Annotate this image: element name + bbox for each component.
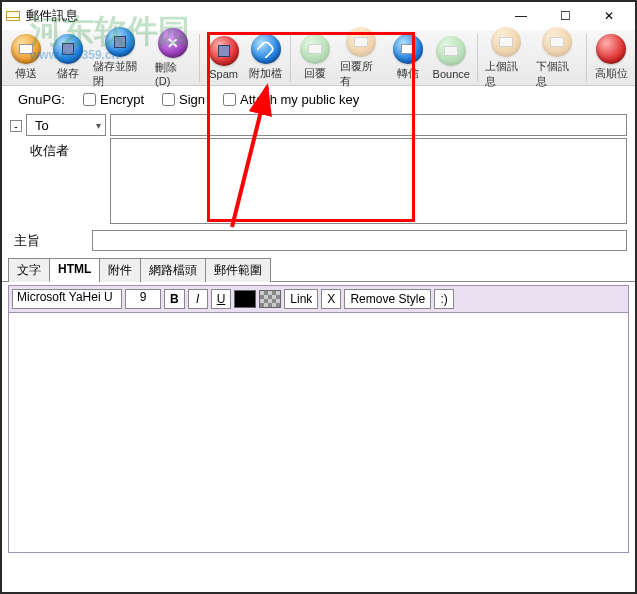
saveclose-button[interactable]: 儲存並關閉 — [90, 25, 150, 91]
recipients-textarea[interactable] — [110, 138, 627, 224]
close-button[interactable]: ✕ — [587, 4, 631, 28]
reply-label: 回覆 — [304, 66, 326, 81]
nextmsg-button[interactable]: 下個訊息 — [533, 25, 582, 91]
unlink-button[interactable]: X — [321, 289, 341, 309]
forward-icon — [393, 34, 423, 64]
delete-label: 刪除(D) — [155, 60, 192, 87]
recipients-label: 收信者 — [26, 136, 106, 160]
subject-input[interactable] — [92, 230, 627, 251]
replyall-icon — [346, 27, 376, 57]
text-color-swatch[interactable] — [234, 290, 256, 308]
saveclose-icon — [105, 27, 135, 57]
bounce-label: Bounce — [433, 68, 470, 80]
attach-key-checkbox[interactable]: Attach my public key — [223, 92, 359, 107]
tab-3[interactable]: 網路檔頭 — [140, 258, 206, 282]
nextmsg-icon — [542, 27, 572, 57]
spam-icon — [209, 36, 239, 66]
prevmsg-button[interactable]: 上個訊息 — [482, 25, 531, 91]
reply-icon — [300, 34, 330, 64]
saveclose-label: 儲存並關閉 — [93, 59, 147, 89]
bold-button[interactable]: B — [164, 289, 185, 309]
attach-button[interactable]: 附加檔 — [246, 32, 286, 83]
subject-label: 主旨 — [10, 232, 82, 250]
bounce-button[interactable]: Bounce — [430, 34, 473, 82]
delete-button[interactable]: ✕刪除(D) — [152, 26, 195, 89]
send-label: 傳送 — [15, 66, 37, 81]
send-icon — [11, 34, 41, 64]
delete-icon: ✕ — [158, 28, 188, 58]
to-dropdown[interactable]: To▾ — [26, 114, 106, 136]
gnupg-label: GnuPG: — [18, 92, 65, 107]
forward-label: 轉信 — [397, 66, 419, 81]
tab-4[interactable]: 郵件範圍 — [205, 258, 271, 282]
tab-2[interactable]: 附件 — [99, 258, 141, 282]
window-title: 郵件訊息 — [26, 7, 78, 25]
prevmsg-label: 上個訊息 — [485, 59, 528, 89]
italic-button[interactable]: I — [188, 289, 208, 309]
send-button[interactable]: 傳送 — [6, 32, 46, 83]
nextmsg-label: 下個訊息 — [536, 59, 579, 89]
emoji-button[interactable]: :) — [434, 289, 454, 309]
link-button[interactable]: Link — [284, 289, 318, 309]
priority-label: 高順位 — [595, 66, 628, 81]
mail-icon — [6, 11, 20, 21]
underline-button[interactable]: U — [211, 289, 232, 309]
save-icon — [53, 34, 83, 64]
attach-label: 附加檔 — [249, 66, 282, 81]
body-tabs: 文字HTML附件網路檔頭郵件範圍 — [2, 257, 635, 282]
expand-toggle[interactable]: - — [10, 120, 22, 132]
save-button[interactable]: 儲存 — [48, 32, 88, 83]
spam-button[interactable]: Spam — [204, 34, 244, 82]
sign-checkbox[interactable]: Sign — [162, 92, 205, 107]
prevmsg-icon — [491, 27, 521, 57]
forward-button[interactable]: 轉信 — [388, 32, 428, 83]
to-input[interactable] — [110, 114, 627, 136]
tab-1[interactable]: HTML — [49, 258, 100, 282]
main-toolbar: 傳送儲存儲存並關閉✕刪除(D)Spam附加檔回覆回覆所有轉信Bounce上個訊息… — [2, 30, 635, 86]
replyall-label: 回覆所有 — [340, 59, 383, 89]
message-body-editor[interactable] — [8, 313, 629, 553]
replyall-button[interactable]: 回覆所有 — [337, 25, 386, 91]
reply-button[interactable]: 回覆 — [295, 32, 335, 83]
bounce-icon — [436, 36, 466, 66]
priority-icon — [596, 34, 626, 64]
tab-0[interactable]: 文字 — [8, 258, 50, 282]
encrypt-checkbox[interactable]: Encrypt — [83, 92, 144, 107]
spam-label: Spam — [209, 68, 238, 80]
format-toolbar: Microsoft YaHei U 9 B I U Link X Remove … — [8, 285, 629, 313]
priority-button[interactable]: 高順位 — [591, 32, 631, 83]
save-label: 儲存 — [57, 66, 79, 81]
bg-color-swatch[interactable] — [259, 290, 281, 308]
chevron-down-icon: ▾ — [96, 120, 101, 131]
font-family-input[interactable]: Microsoft YaHei U — [12, 289, 122, 309]
remove-style-button[interactable]: Remove Style — [344, 289, 431, 309]
attach-icon — [251, 34, 281, 64]
font-size-input[interactable]: 9 — [125, 289, 161, 309]
